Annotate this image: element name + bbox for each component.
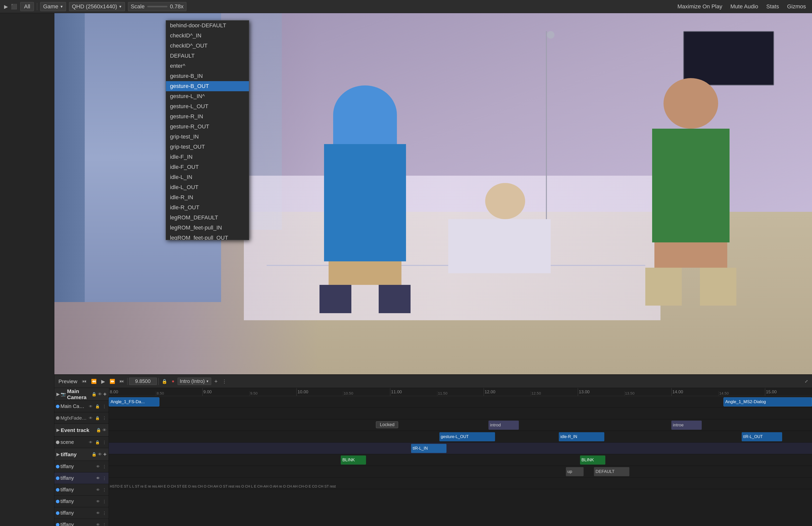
track-vis-btn-5[interactable]: 👁 [96, 522, 101, 526]
menu-item-checkid-out[interactable]: checkID^_OUT [166, 41, 249, 51]
timeline-add-btn[interactable]: + [213, 378, 219, 385]
menu-item-gesture-b-in[interactable]: gesture-B_IN [166, 71, 249, 81]
menu-item-grip-test-out[interactable]: grip-test_OUT [166, 142, 249, 152]
menu-item-idle-f-out[interactable]: idle-F_OUT [166, 162, 249, 172]
resolution-dropdown[interactable]: QHD (2560x1440) ▼ [69, 2, 125, 11]
track-vis-btn-4[interactable]: 👁 [96, 511, 101, 515]
track-more-btn[interactable]: ⋮ [102, 416, 107, 421]
track-more-btn[interactable]: ⋮ [102, 440, 107, 445]
scene-track-label: scene [60, 439, 87, 445]
game-mode-dropdown[interactable]: Game ▼ [40, 2, 66, 11]
skip-back-btn[interactable]: ⏮ [81, 378, 88, 385]
gesture-l-out-clip[interactable]: gesture-L_OUT [439, 432, 495, 441]
event-vis-btn[interactable]: 👁 [102, 428, 106, 433]
tiffany-vis-btn[interactable]: 👁 [98, 452, 102, 457]
tiffany-clip-row-0: gesture-L_OUT idle-R_IN tIR-L_OUT [109, 431, 812, 442]
menu-item-idle-r-out[interactable]: idle-R_OUT [166, 202, 249, 213]
track-vis-btn-2[interactable]: 👁 [96, 487, 101, 492]
menu-item-gesture-r-in[interactable]: gesture-R_IN [166, 111, 249, 122]
group-add-btn[interactable]: + [103, 391, 106, 397]
track-icons-3[interactable]: ⋮ [102, 499, 107, 504]
menu-item-gesture-r-out[interactable]: gesture-R_OUT [166, 122, 249, 132]
intro-dropdown[interactable]: Intro (Intro) ▼ [177, 378, 212, 385]
locked-badge-1[interactable]: Locked [376, 421, 398, 428]
tir-l-in-clip[interactable]: tIR-L_IN [411, 444, 447, 453]
menu-item-gesture-b-out[interactable]: gesture-B_OUT [166, 81, 249, 91]
track-lock-btn[interactable]: 🔒 [95, 440, 101, 445]
menu-item-grip-test-in[interactable]: grip-test_IN [166, 132, 249, 142]
mute-audio-btn[interactable]: Mute Audio [728, 2, 760, 11]
ruler-tick: 9.00 [202, 388, 212, 396]
tiffany-add-btn[interactable]: + [103, 451, 106, 458]
track-vis-btn-0[interactable]: 👁 [96, 464, 101, 469]
scale-dropdown[interactable]: Scale 0.78x [128, 2, 186, 11]
track-icons-5[interactable]: ⋮ [102, 522, 107, 526]
timeline-record-btn[interactable]: ● [170, 378, 176, 385]
introd-clip[interactable]: introd [489, 421, 519, 430]
group-vis-btn[interactable]: 👁 [98, 392, 102, 396]
menu-item-gesture-l-in[interactable]: gesture-L_IN^ [166, 91, 249, 101]
main-camera-clip-2[interactable]: Angle_1_MS2-Dialog [723, 397, 812, 406]
track-more-btn[interactable]: ⋮ [102, 404, 107, 409]
scene-track-row: scene 👁 🔒 ⋮ [54, 437, 108, 448]
idle-r-in-clip[interactable]: idle-R_IN [559, 432, 604, 441]
play-btn[interactable]: ▶ [100, 378, 106, 385]
up-clip[interactable]: up [566, 467, 583, 476]
timeline-expand-btn[interactable]: ⤢ [803, 378, 810, 384]
stats-btn[interactable]: Stats [764, 2, 781, 11]
blink-clip-2[interactable]: BLINK [580, 455, 605, 465]
scale-slider[interactable] [147, 6, 168, 7]
menu-item-idle-l-out[interactable]: idle-L_OUT [166, 182, 249, 192]
track-icons-4[interactable]: ⋮ [102, 511, 107, 516]
blink-clip-1[interactable]: BLINK [341, 455, 366, 465]
track-vis-btn-3[interactable]: 👁 [96, 499, 101, 504]
timeline-time-input[interactable]: 9.8500 [129, 378, 157, 385]
track-vis-btn[interactable]: 👁 [88, 404, 93, 409]
tiffany-lock-btn[interactable]: 🔒 [91, 452, 97, 457]
menu-item-default[interactable]: DEFAULT [166, 51, 249, 61]
timeline-options-btn[interactable]: ⋮ [221, 378, 228, 385]
menu-item-idle-r-in[interactable]: idle-R_IN [166, 192, 249, 202]
menu-item-behind-door-default[interactable]: behind-door-DEFAULT [166, 20, 249, 31]
track-lock-btn[interactable]: 🔒 [95, 416, 101, 421]
menu-item-legrom-feet-pull-out[interactable]: legROM_feet-pull_OUT [166, 233, 249, 240]
track-lock-btn[interactable]: 🔒 [95, 404, 101, 409]
track-vis-btn[interactable]: 👁 [88, 440, 93, 445]
gizmos-btn[interactable]: Gizmos [785, 2, 808, 11]
mgfx-clip-row [109, 408, 812, 419]
tir-l-out-clip[interactable]: tIR-L_OUT [742, 432, 782, 441]
ruler-tick: 8.50 [156, 391, 164, 396]
track-icons-1[interactable]: ⋮ [102, 476, 107, 481]
event-lock-btn[interactable]: 🔒 [96, 428, 101, 433]
chevron-down-icon: ▼ [60, 4, 63, 9]
maximize-on-play-btn[interactable]: Maximize On Play [676, 2, 724, 11]
menu-item-legrom-default[interactable]: legROM_DEFAULT [166, 213, 249, 223]
main-camera-clip-1[interactable]: Angle_1_FS-Da... [109, 397, 159, 406]
group-lock-btn[interactable]: 🔒 [91, 392, 97, 396]
tiffany-track-row-3: tiffany 👁 ⋮ [54, 496, 108, 507]
ruler-tick: 11.50 [437, 391, 448, 396]
skip-fwd-btn[interactable]: ⏭ [118, 378, 126, 385]
introe-clip[interactable]: introe [671, 421, 702, 430]
timeline-lock-btn[interactable]: 🔒 [160, 378, 169, 385]
next-frame-btn[interactable]: ⏩ [108, 378, 117, 385]
tiffany-track-row-2: tiffany 👁 ⋮ [54, 484, 108, 496]
menu-item-idle-f-in[interactable]: idle-F_IN [166, 152, 249, 162]
track-dot [56, 488, 59, 492]
menu-item-checkid-in[interactable]: checkID^_IN [166, 31, 249, 41]
track-vis-btn-1[interactable]: 👁 [96, 476, 101, 481]
all-button[interactable]: All [20, 2, 34, 11]
timeline-toolbar: Preview ⏮ ⏪ ▶ ⏩ ⏭ 9.8500 🔒 ● Intro (Intr… [54, 375, 812, 388]
track-icons-0[interactable]: ⋮ [102, 464, 107, 469]
track-dot [56, 477, 59, 480]
track-icons-2[interactable]: ⋮ [102, 487, 107, 492]
menu-item-gesture-l-out[interactable]: gesture-L_OUT [166, 101, 249, 111]
menu-item-idle-l-in[interactable]: idle-L_IN [166, 172, 249, 182]
menu-item-enter[interactable]: enter^ [166, 61, 249, 71]
menu-item-legrom-feet-pull-in[interactable]: legROM_feet-pull_IN [166, 223, 249, 233]
prev-frame-btn[interactable]: ⏪ [89, 378, 98, 385]
tiffany-clip-row-3: up DEFAULT [109, 466, 812, 478]
track-vis-btn[interactable]: 👁 [88, 416, 93, 420]
top-toolbar: ▶ ⬛ All Game ▼ QHD (2560x1440) ▼ Scale 0… [0, 0, 812, 13]
default-clip[interactable]: DEFAULT [594, 467, 629, 476]
